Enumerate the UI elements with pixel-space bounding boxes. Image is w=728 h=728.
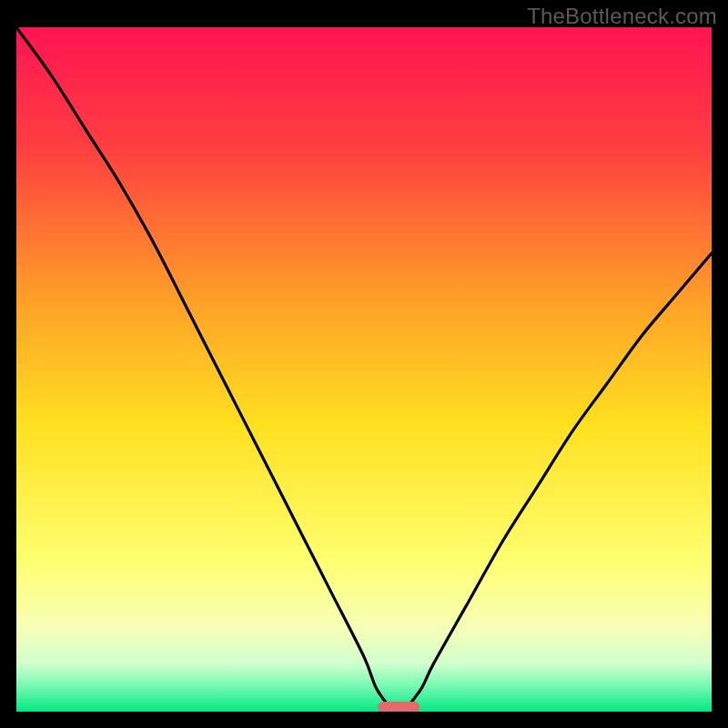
chart-frame: TheBottleneck.com bbox=[0, 0, 728, 728]
plot-svg bbox=[16, 27, 712, 712]
bottleneck-plot bbox=[16, 27, 712, 712]
minimum-marker bbox=[378, 702, 420, 712]
plot-background bbox=[16, 27, 712, 712]
watermark-text: TheBottleneck.com bbox=[527, 4, 717, 29]
